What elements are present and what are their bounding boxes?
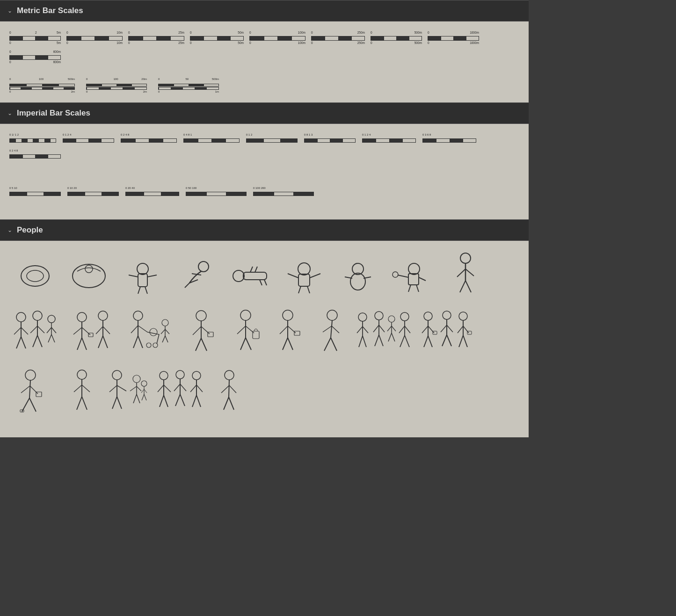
svg-line-131: [392, 326, 396, 331]
person-aerial-7[interactable]: [332, 250, 384, 302]
person-stroller[interactable]: [122, 306, 178, 362]
person-group-chatting[interactable]: [152, 367, 208, 423]
svg-line-207: [196, 385, 203, 392]
person-adult-child-hands[interactable]: [103, 367, 150, 423]
svg-line-171: [82, 385, 90, 392]
imperial-scale-9[interactable]: 0 2 4 8: [9, 149, 61, 159]
imperial-scale-11[interactable]: 0 10 20: [67, 187, 119, 196]
svg-line-173: [82, 397, 87, 410]
svg-line-151: [442, 335, 447, 346]
metric-scale-1000m[interactable]: 0 1000m 0 1000m: [428, 31, 479, 44]
person-aerial-1[interactable]: [9, 250, 61, 302]
imperial-scale-1[interactable]: 0 1/ 1 2: [9, 133, 56, 143]
person-adults-briefcase[interactable]: [68, 306, 119, 362]
person-group-3[interactable]: [353, 306, 414, 362]
imperial-scale-2[interactable]: 0 1 2 4: [63, 133, 114, 143]
person-casual-walk[interactable]: [63, 367, 101, 423]
metric-scale-50m[interactable]: 0 50m 0 50m: [190, 31, 244, 44]
metric-scale-5m[interactable]: 0 2 5m 0 5m: [9, 31, 61, 44]
svg-line-53: [33, 335, 37, 347]
svg-line-13: [185, 282, 190, 288]
metric-scale-250m[interactable]: 0 250m 0 250m: [311, 31, 365, 44]
svg-line-88: [165, 336, 168, 342]
people-row-1: [9, 250, 519, 302]
imperial-bar-scales-title: Imperial Bar Scales: [17, 109, 90, 118]
imperial-scales-row2: 0 5 10 0 10 20 0 20 40: [9, 187, 519, 196]
metric-scale-100m[interactable]: 0 100m 0 100m: [249, 31, 305, 44]
svg-point-198: [176, 370, 184, 379]
svg-line-9: [145, 287, 147, 294]
imperial-scale-8[interactable]: 0 3 6 8: [422, 133, 476, 143]
svg-rect-15: [243, 272, 267, 280]
metric-chevron-icon: ⌄: [7, 7, 12, 14]
imperial-scale-12[interactable]: 0 20 40: [125, 187, 179, 196]
svg-point-89: [196, 311, 206, 321]
svg-line-85: [161, 329, 165, 334]
person-family-group-1[interactable]: [9, 306, 65, 362]
person-business-group[interactable]: [416, 306, 472, 362]
svg-point-37: [460, 253, 471, 263]
people-header[interactable]: ⌄ People: [0, 219, 529, 241]
metric-scale-10m[interactable]: 0 10m 0 10m: [66, 31, 123, 44]
svg-line-32: [398, 275, 408, 277]
svg-line-63: [73, 327, 82, 334]
people-row-3: [9, 367, 519, 423]
person-aerial-5[interactable]: [225, 250, 276, 302]
person-walking-bag[interactable]: [180, 306, 222, 362]
person-dynamic-walk[interactable]: [309, 306, 351, 362]
metric-double-scale-2[interactable]: 0 100 20m 0 2m: [86, 78, 147, 93]
imperial-scale-6[interactable]: 0 8 1 3: [304, 133, 356, 143]
metric-double-scale-3[interactable]: 0 50 500m 0 1m: [158, 78, 219, 93]
metric-scale-500m[interactable]: 0 500m 0 500m: [371, 31, 422, 44]
svg-line-18: [260, 280, 262, 285]
imperial-scale-7[interactable]: 0 1 2 4: [362, 133, 416, 143]
svg-line-79: [138, 336, 143, 348]
svg-line-120: [359, 336, 363, 347]
person-aerial-8[interactable]: [386, 250, 437, 302]
metric-scale-25m[interactable]: 0 25m 0 25m: [128, 31, 184, 44]
svg-point-30: [408, 263, 420, 275]
svg-line-42: [465, 281, 471, 292]
svg-point-168: [77, 370, 87, 379]
svg-line-206: [190, 385, 196, 392]
metric-double-scale-1[interactable]: 0 100 500m 0 2m: [9, 78, 75, 93]
svg-line-201: [180, 384, 186, 391]
svg-line-54: [37, 335, 42, 347]
imperial-scale-10[interactable]: 0 5 10: [9, 187, 61, 196]
svg-line-70: [96, 326, 103, 334]
svg-line-209: [196, 395, 201, 407]
people-chevron-icon: ⌄: [7, 227, 12, 233]
metric-scale-600m[interactable]: 0 600m 0 600m: [9, 50, 61, 64]
imperial-scale-3[interactable]: 0 2 4 8: [121, 133, 177, 143]
person-walk-5[interactable]: [211, 367, 248, 423]
svg-line-184: [133, 394, 137, 403]
svg-line-176: [109, 385, 117, 392]
person-aerial-4[interactable]: [171, 250, 222, 302]
svg-point-82: [146, 343, 151, 348]
imperial-scale-13[interactable]: 0 50 100: [186, 187, 247, 196]
svg-point-33: [393, 272, 398, 277]
svg-line-145: [424, 336, 428, 347]
imperial-bar-scales-header[interactable]: ⌄ Imperial Bar Scales: [0, 102, 529, 124]
svg-point-55: [48, 315, 55, 323]
person-aerial-2[interactable]: [63, 250, 115, 302]
person-walking-briefcase-2[interactable]: [9, 367, 61, 423]
people-title: People: [17, 225, 43, 235]
person-aerial-6[interactable]: [278, 250, 330, 302]
person-shopping-bag[interactable]: [225, 306, 267, 362]
imperial-scale-5[interactable]: 0 1 2: [246, 133, 298, 143]
svg-line-213: [229, 385, 236, 393]
svg-line-17: [255, 267, 257, 272]
metric-bar-scales-header[interactable]: ⌄ Metric Bar Scales: [0, 0, 529, 22]
svg-point-3: [85, 265, 93, 273]
svg-line-78: [133, 336, 138, 348]
svg-line-166: [29, 398, 36, 412]
imperial-scale-4[interactable]: 0 4 8 1: [183, 133, 240, 143]
svg-line-119: [363, 326, 368, 333]
person-standing-1[interactable]: [440, 250, 491, 302]
person-briefcase[interactable]: [269, 306, 306, 362]
people-row-2: [9, 306, 519, 362]
person-aerial-3[interactable]: [117, 250, 168, 302]
imperial-scale-14[interactable]: 0 100 200: [253, 187, 314, 196]
svg-point-116: [358, 313, 367, 321]
